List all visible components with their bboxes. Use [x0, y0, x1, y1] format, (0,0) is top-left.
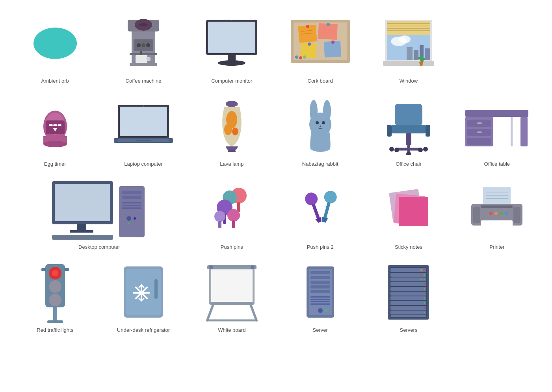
svg-rect-48: [422, 58, 425, 60]
laptop-computer-item: Laptop computer: [100, 91, 186, 170]
svg-rect-135: [481, 220, 513, 230]
sticky-notes-icon: [367, 178, 450, 241]
printer-label: Printer: [489, 244, 504, 250]
lava-lamp-item: Lava lamp: [189, 91, 275, 170]
svg-rect-59: [120, 107, 167, 136]
svg-rect-104: [122, 191, 141, 194]
svg-rect-136: [473, 207, 480, 223]
computer-monitor-icon: [191, 12, 273, 75]
svg-point-208: [424, 307, 425, 309]
lava-lamp-label: Lava lamp: [220, 161, 243, 167]
svg-rect-65: [226, 103, 238, 105]
svg-point-185: [325, 309, 327, 312]
svg-point-189: [424, 269, 425, 271]
servers-item: Servers: [365, 257, 452, 336]
svg-point-84: [418, 148, 423, 152]
svg-rect-134: [481, 205, 513, 208]
svg-rect-107: [122, 205, 141, 206]
svg-point-198: [424, 283, 425, 285]
office-chair-icon: [367, 95, 450, 158]
ambient-orb-label: Ambient orb: [41, 78, 69, 84]
svg-rect-95: [520, 117, 528, 146]
svg-point-150: [52, 270, 58, 276]
svg-point-141: [505, 212, 508, 215]
svg-rect-125: [323, 202, 331, 219]
svg-point-86: [423, 147, 428, 152]
svg-rect-47: [418, 57, 421, 59]
svg-rect-209: [390, 311, 426, 314]
coffee-machine-label: Coffee machine: [126, 78, 162, 84]
computer-monitor-item: Computer monitor: [189, 8, 275, 87]
svg-rect-101: [70, 230, 93, 233]
svg-rect-153: [154, 279, 158, 299]
office-chair-item: Office chair: [365, 91, 452, 170]
svg-point-144: [49, 280, 61, 293]
svg-point-145: [49, 294, 61, 306]
white-board-label: White board: [218, 327, 245, 333]
printer-item: Printer: [454, 174, 540, 253]
svg-point-25: [306, 25, 309, 28]
svg-rect-177: [310, 281, 330, 284]
svg-point-109: [126, 216, 131, 221]
sticky-notes-label: Sticky notes: [395, 244, 422, 250]
office-table-item: Office table: [454, 91, 540, 170]
svg-point-122: [303, 191, 319, 207]
svg-point-41: [399, 35, 411, 43]
window-label: Window: [400, 78, 418, 84]
svg-point-206: [424, 302, 425, 304]
svg-point-73: [316, 121, 319, 124]
ambient-orb-item: Ambient orb: [12, 8, 98, 87]
svg-point-27: [308, 43, 311, 46]
svg-point-139: [494, 212, 498, 215]
svg-rect-148: [41, 268, 46, 271]
svg-rect-199: [390, 287, 426, 291]
svg-point-124: [323, 189, 338, 205]
svg-point-192: [424, 274, 425, 276]
server-item: Server: [277, 257, 363, 336]
svg-rect-147: [47, 320, 63, 323]
traffic-lights-item: Red traffic lights: [12, 257, 98, 336]
svg-rect-56: [58, 124, 61, 126]
svg-rect-6: [147, 57, 151, 61]
svg-point-26: [327, 23, 330, 26]
svg-rect-205: [390, 301, 426, 305]
svg-rect-149: [64, 268, 69, 271]
svg-point-75: [320, 126, 321, 127]
office-chair-label: Office chair: [396, 161, 422, 167]
svg-rect-33: [383, 61, 434, 66]
svg-point-111: [128, 222, 130, 224]
svg-rect-78: [387, 125, 392, 137]
svg-point-29: [295, 55, 298, 59]
svg-rect-13: [208, 22, 255, 53]
server-label: Server: [313, 327, 328, 333]
svg-point-118: [227, 209, 240, 222]
svg-point-190: [420, 269, 422, 271]
svg-rect-77: [391, 125, 426, 133]
svg-rect-91: [477, 122, 482, 124]
svg-rect-211: [390, 315, 426, 317]
svg-point-85: [389, 147, 394, 152]
lava-lamp-icon: [191, 95, 273, 158]
svg-rect-179: [310, 290, 330, 293]
cork-board-item: Cork board: [277, 8, 363, 87]
cork-board-label: Cork board: [308, 78, 333, 84]
svg-point-74: [322, 121, 325, 124]
svg-point-15: [218, 60, 245, 66]
svg-rect-182: [310, 301, 330, 302]
egg-timer-icon: [14, 95, 96, 158]
svg-point-87: [406, 152, 411, 155]
svg-rect-93: [477, 131, 482, 133]
svg-rect-97: [511, 117, 513, 146]
svg-point-9: [141, 43, 145, 47]
coffee-machine-icon: [102, 12, 184, 75]
svg-rect-96: [494, 117, 520, 146]
svg-rect-203: [390, 296, 426, 300]
svg-rect-106: [122, 202, 141, 203]
svg-rect-53: [46, 120, 65, 134]
coffee-machine-item: Coffee machine: [100, 8, 186, 87]
svg-rect-88: [465, 110, 528, 117]
svg-rect-11: [140, 51, 142, 55]
svg-point-167: [209, 265, 213, 269]
svg-rect-42: [407, 47, 413, 60]
svg-rect-119: [232, 220, 235, 228]
